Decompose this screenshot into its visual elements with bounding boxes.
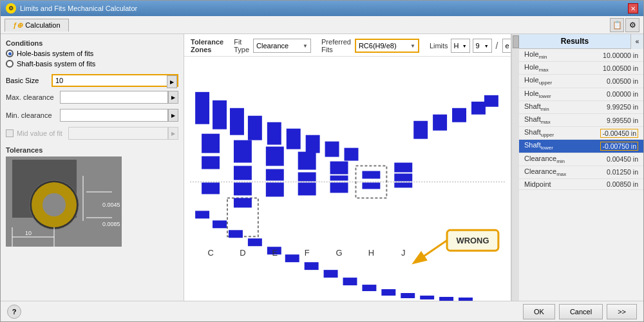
svg-rect-51	[439, 297, 453, 301]
result-hole-lower: Holelower 0.00000 in	[519, 88, 643, 101]
hole-upper-value: 0.00500 in	[607, 77, 638, 85]
svg-rect-21	[298, 152, 316, 170]
mid-value-row[interactable]: Mid value of fit ▶	[6, 127, 178, 140]
scroll-thumb[interactable]	[513, 35, 519, 48]
fit-type-label: Fit Type	[234, 38, 249, 53]
result-hole-min: Holemin 10.00000 in	[519, 49, 643, 62]
conditions-label: Conditions	[6, 39, 178, 47]
svg-rect-44	[305, 262, 319, 270]
fit-type-group: Fit Type Clearance ▼	[234, 38, 311, 53]
preferred-fits-dropdown[interactable]: RC6(H9/e8) ▼	[355, 39, 419, 53]
svg-rect-69	[195, 92, 209, 124]
shaft-min-value: 9.99250 in	[607, 103, 638, 111]
svg-rect-73	[267, 122, 281, 145]
h-arrow: ▼	[462, 44, 467, 48]
hole-min-label: Holemin	[524, 50, 547, 60]
svg-rect-65	[433, 115, 447, 131]
tolerances-section: Tolerances	[6, 146, 178, 249]
svg-rect-16	[202, 156, 220, 169]
svg-rect-43	[285, 254, 299, 262]
shaft-basis-radio[interactable]: Shaft-basis system of fits	[6, 60, 178, 68]
hole-max-label: Holemax	[524, 63, 549, 73]
basic-size-value[interactable]: 10	[53, 75, 167, 86]
ok-button[interactable]: OK	[523, 304, 555, 319]
svg-rect-75	[306, 135, 320, 153]
diagram-svg: 10 0.0045 0.0085	[6, 156, 122, 247]
tolerance-zones-label: Tolerance Zones	[191, 38, 223, 53]
result-shaft-lower: Shaftlower -0.00750 in	[519, 140, 643, 153]
calculation-tab[interactable]: ƒ⊕ Calculation	[5, 19, 69, 32]
e-dropdown[interactable]: e ▼	[502, 39, 512, 53]
forward-button[interactable]: >>	[607, 304, 637, 319]
svg-text:D: D	[240, 248, 245, 258]
svg-text:J: J	[401, 248, 405, 258]
chart-svg: C D E F G H J WRONG	[184, 57, 511, 301]
svg-text:C: C	[207, 248, 213, 258]
svg-rect-37	[394, 182, 412, 187]
tolerance-zones-header: Tolerance Zones Fit Type Clearance ▼ Pre…	[184, 34, 511, 57]
bottom-bar: ? OK Cancel >>	[1, 301, 643, 321]
min-clearance-row: Min. clearance ▶	[6, 109, 178, 122]
app-icon: ⚙	[6, 3, 16, 14]
toolbar-icon-2[interactable]: ⚙	[625, 18, 639, 32]
result-shaft-min: Shaftmin 9.99250 in	[519, 101, 643, 114]
svg-text:G: G	[336, 248, 342, 258]
svg-rect-24	[330, 176, 348, 181]
result-clearance-min: Clearancemin 0.00450 in	[519, 153, 643, 166]
svg-rect-64	[413, 121, 428, 139]
help-button[interactable]: ?	[7, 305, 21, 319]
results-header-row: Results «	[519, 34, 643, 49]
tab-icon: ƒ⊕	[13, 21, 23, 30]
results-header: Results	[519, 34, 630, 49]
fit-type-dropdown[interactable]: Clearance ▼	[253, 39, 311, 53]
toolbar-icon-1[interactable]: 📋	[610, 18, 624, 32]
basic-size-row: Basic Size 10 ▶	[6, 74, 178, 87]
hole-max-value: 10.00500 in	[603, 64, 638, 72]
svg-text:10: 10	[25, 230, 32, 236]
svg-rect-33	[266, 182, 284, 196]
svg-text:WRONG: WRONG	[456, 236, 489, 245]
n1-dropdown[interactable]: 9 ▼	[473, 39, 492, 53]
title-bar-left: ⚙ Limits and Fits Mechanical Calculator	[6, 3, 137, 14]
mid-value-checkbox[interactable]	[6, 129, 14, 137]
results-panel: Results « Holemin 10.00000 in Holemax 10…	[519, 34, 643, 301]
basic-size-label: Basic Size	[6, 77, 48, 84]
svg-rect-23	[330, 162, 348, 175]
result-clearance-max: Clearancemax 0.01250 in	[519, 166, 643, 179]
close-button[interactable]: ✕	[628, 3, 638, 14]
result-hole-max: Holemax 10.00500 in	[519, 62, 643, 75]
limits-label: Limits	[430, 42, 448, 50]
max-clearance-arrow[interactable]: ▶	[168, 91, 178, 104]
hole-basis-radio[interactable]: Hole-basis system of fits	[6, 50, 178, 57]
tolerances-label: Tolerances	[6, 146, 178, 154]
svg-rect-46	[343, 278, 357, 285]
svg-rect-50	[420, 296, 434, 299]
scrollbar[interactable]	[511, 34, 519, 301]
svg-rect-36	[362, 182, 380, 189]
clearance-min-value: 0.00450 in	[607, 155, 638, 163]
svg-rect-15	[202, 134, 220, 153]
bottom-right: OK Cancel >>	[523, 304, 637, 319]
shaft-upper-label: Shaftupper	[524, 128, 554, 138]
svg-rect-67	[471, 102, 486, 115]
hole-min-value: 10.00000 in	[603, 52, 638, 59]
shaft-basis-label: Shaft-basis system of fits	[17, 60, 95, 68]
svg-rect-17	[234, 140, 252, 163]
results-collapse-btn[interactable]: «	[630, 34, 643, 49]
min-clearance-arrow[interactable]: ▶	[168, 109, 178, 122]
mid-value-label: Mid value of fit	[17, 129, 62, 137]
shaft-lower-value: -0.00750 in	[600, 142, 638, 151]
result-shaft-upper: Shaftupper -0.00450 in	[519, 127, 643, 140]
fit-type-arrow: ▼	[303, 43, 308, 49]
basic-size-arrow[interactable]: ▶	[167, 75, 177, 88]
shaft-basis-circle	[6, 60, 14, 68]
separator: /	[496, 41, 498, 51]
cancel-button[interactable]: Cancel	[559, 304, 603, 319]
hole-basis-circle	[6, 50, 14, 57]
svg-rect-40	[229, 230, 243, 238]
limits-group: Limits H ▼ 9 ▼ / e ▼ 8	[430, 39, 511, 53]
main-window: ⚙ Limits and Fits Mechanical Calculator …	[0, 0, 644, 322]
hole-lower-value: 0.00000 in	[607, 90, 638, 98]
title-bar: ⚙ Limits and Fits Mechanical Calculator …	[1, 1, 643, 16]
h-dropdown[interactable]: H ▼	[451, 39, 470, 53]
